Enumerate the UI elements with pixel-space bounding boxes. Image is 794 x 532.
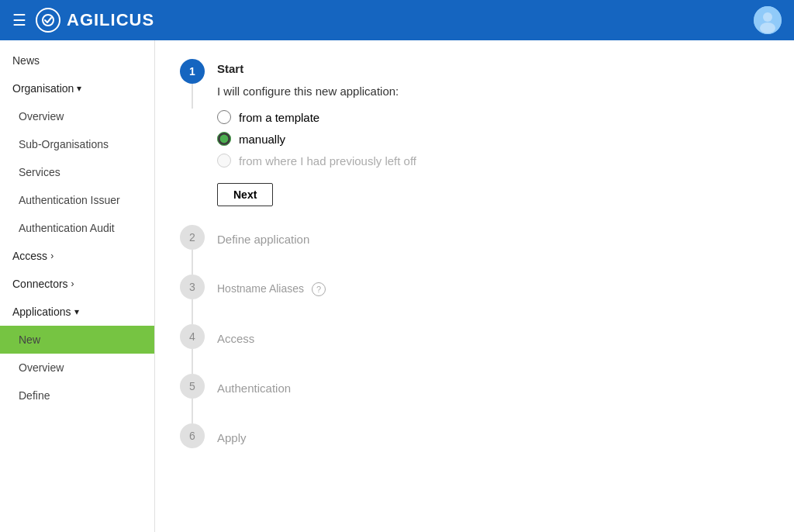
step-6-content: Apply [217, 423, 769, 463]
sidebar-label-new: New [19, 333, 40, 346]
radio-group: from a template manually from where I ha… [217, 110, 769, 168]
sidebar-label-applications: Applications [12, 306, 71, 318]
step-4: 4 Access [180, 324, 769, 374]
sidebar-label-news: News [12, 54, 40, 67]
sidebar: News Organisation ▾ Overview Sub-Organis… [0, 40, 155, 532]
chevron-right-icon-connectors: › [71, 278, 74, 289]
step-5-circle: 5 [180, 374, 205, 399]
step-4-title: Access [217, 327, 769, 345]
radio-label-manually: manually [239, 133, 285, 146]
chevron-down-icon: ▾ [77, 83, 81, 94]
step-3-circle: 3 [180, 275, 205, 299]
step-3: 3 Hostname Aliases ? [180, 275, 769, 324]
step-1-circle: 1 [180, 59, 205, 84]
sidebar-label-sub-organisations: Sub-Organisations [19, 138, 109, 150]
svg-point-3 [760, 22, 775, 33]
sidebar-label-organisation: Organisation [12, 82, 74, 95]
step-5-content: Authentication [217, 374, 769, 413]
step-2: 2 Define application [180, 225, 769, 275]
step-5-title: Authentication [217, 377, 769, 395]
step-1-line-wrapper: 1 [180, 59, 205, 109]
avatar-image [754, 6, 782, 34]
sidebar-label-services: Services [19, 166, 60, 178]
step-4-circle: 4 [180, 324, 205, 349]
sidebar-item-sub-organisations[interactable]: Sub-Organisations [0, 130, 154, 158]
sidebar-label-authentication-issuer: Authentication Issuer [19, 194, 120, 206]
radio-label-from-template: from a template [239, 111, 319, 124]
step-4-connector [192, 349, 193, 374]
svg-point-2 [763, 12, 772, 22]
step-3-line-wrapper: 3 [180, 275, 205, 324]
configure-text: I will configure this new application: [217, 85, 769, 98]
step-2-circle: 2 [180, 225, 205, 250]
step-1: 1 Start I will configure this new applic… [180, 59, 769, 225]
step-3-connector [192, 299, 193, 324]
menu-icon[interactable]: ☰ [12, 11, 26, 29]
sidebar-label-authentication-audit: Authentication Audit [19, 222, 115, 234]
sidebar-item-overview2[interactable]: Overview [0, 354, 154, 382]
user-avatar[interactable] [754, 6, 782, 34]
step-1-connector [192, 84, 193, 109]
step-6-circle: 6 [180, 423, 205, 448]
step-2-content: Define application [217, 225, 769, 264]
sidebar-label-access: Access [12, 250, 47, 262]
step-2-title: Define application [217, 228, 769, 246]
sidebar-label-connectors: Connectors [12, 278, 68, 290]
step-3-content: Hostname Aliases ? [217, 275, 769, 315]
step-5-line-wrapper: 5 [180, 374, 205, 423]
step-1-content: Start I will configure this new applicat… [217, 59, 769, 225]
step-4-line-wrapper: 4 [180, 324, 205, 374]
radio-input-manually[interactable] [217, 132, 231, 146]
step-3-title: Hostname Aliases ? [217, 278, 769, 296]
sidebar-item-access[interactable]: Access › [0, 242, 154, 270]
sidebar-item-news[interactable]: News [0, 47, 154, 74]
radio-from-template[interactable]: from a template [217, 110, 769, 124]
app-title: AGILICUS [67, 10, 154, 30]
main-content: 1 Start I will configure this new applic… [155, 40, 794, 532]
step-2-line-wrapper: 2 [180, 225, 205, 275]
sidebar-item-define[interactable]: Define [0, 382, 154, 409]
sidebar-label-define: Define [19, 389, 50, 402]
chevron-down-icon-applications: ▾ [74, 306, 79, 317]
sidebar-item-organisation[interactable]: Organisation ▾ [0, 74, 154, 102]
step-5: 5 Authentication [180, 374, 769, 423]
step-1-title: Start [217, 62, 769, 75]
step-6-title: Apply [217, 427, 769, 444]
help-icon[interactable]: ? [312, 282, 326, 296]
step-4-content: Access [217, 324, 769, 364]
logo: AGILICUS [36, 8, 154, 33]
radio-input-from-template[interactable] [217, 110, 231, 124]
app-header: ☰ AGILICUS [0, 0, 794, 40]
steps-container: 1 Start I will configure this new applic… [180, 59, 769, 463]
step-6: 6 Apply [180, 423, 769, 463]
next-button[interactable]: Next [217, 183, 273, 206]
step-5-connector [192, 399, 193, 423]
radio-input-from-previous [217, 154, 231, 168]
sidebar-item-new[interactable]: New [0, 326, 154, 354]
sidebar-item-applications[interactable]: Applications ▾ [0, 298, 154, 326]
radio-label-from-previous: from where I had previously left off [239, 154, 416, 168]
sidebar-item-services[interactable]: Services [0, 158, 154, 186]
radio-manually[interactable]: manually [217, 132, 769, 146]
sidebar-label-overview2: Overview [19, 361, 64, 374]
step-6-line-wrapper: 6 [180, 423, 205, 448]
logo-icon [41, 13, 55, 27]
logo-circle [36, 8, 60, 33]
sidebar-item-connectors[interactable]: Connectors › [0, 270, 154, 298]
radio-from-previous: from where I had previously left off [217, 154, 769, 168]
sidebar-item-authentication-audit[interactable]: Authentication Audit [0, 214, 154, 242]
sidebar-item-overview[interactable]: Overview [0, 102, 154, 130]
sidebar-item-authentication-issuer[interactable]: Authentication Issuer [0, 186, 154, 214]
sidebar-label-overview: Overview [19, 110, 64, 123]
chevron-right-icon-access: › [50, 250, 54, 261]
step-2-connector [192, 250, 193, 275]
